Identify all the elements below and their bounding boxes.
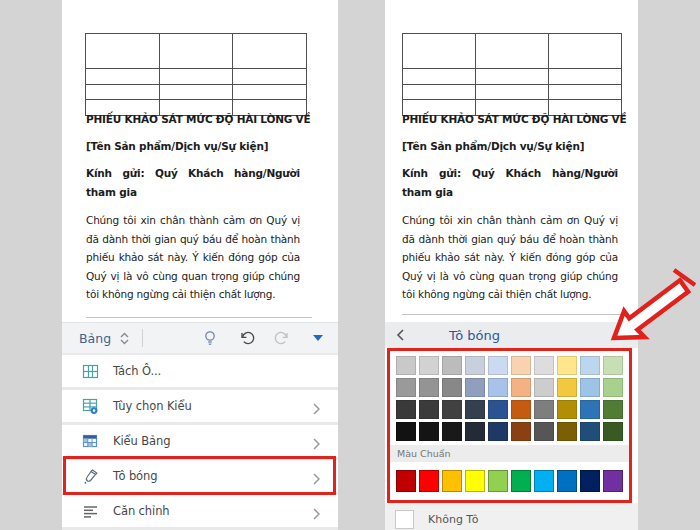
standard-color-swatch[interactable] [396,470,416,492]
theme-color-swatch[interactable] [580,400,600,419]
theme-color-swatch[interactable] [534,378,554,397]
theme-color-swatch[interactable] [442,422,462,441]
chevron-right-icon [313,435,320,454]
chevron-right-icon [313,505,320,524]
menu-item-table-styles[interactable]: Kiểu Bảng [62,425,338,457]
theme-color-swatch[interactable] [557,422,577,441]
theme-color-swatch[interactable] [396,356,416,375]
theme-color-swatch[interactable] [603,356,623,375]
theme-color-swatch[interactable] [488,378,508,397]
doc-salutation: Kính gửi: Quý Khách hàng/Người tham gia [86,164,300,202]
context-selector-label[interactable]: Bảng [79,331,111,346]
standard-color-swatch[interactable] [465,470,485,492]
standard-color-swatch[interactable] [557,470,577,492]
shading-icon [82,468,99,485]
right-phone-panel: PHIẾU KHẢO SÁT MỨC ĐỘ HÀI LÒNG VỀ [Tên S… [385,0,638,530]
redo-icon[interactable] [272,328,292,348]
menu-item-label: Tách Ô... [113,364,161,378]
theme-color-swatch[interactable] [419,356,439,375]
theme-color-swatch[interactable] [396,400,416,419]
theme-color-swatch[interactable] [442,378,462,397]
standard-color-swatch[interactable] [488,470,508,492]
theme-color-swatch[interactable] [419,400,439,419]
theme-color-swatch[interactable] [534,356,554,375]
standard-color-swatch[interactable] [603,470,623,492]
theme-color-swatch[interactable] [511,356,531,375]
theme-color-swatch[interactable] [557,378,577,397]
align-icon [82,503,99,520]
back-chevron-icon[interactable] [395,327,411,343]
toolbar-divider [142,329,143,347]
doc-heading-line2: [Tên Sản phẩm/Dịch vụ/Sự kiện] [402,133,618,160]
standard-color-swatch[interactable] [580,470,600,492]
no-fill-label: Không Tô [428,513,478,526]
theme-color-swatch[interactable] [603,422,623,441]
document-divider [86,317,312,318]
table-styles-icon [82,433,99,450]
theme-color-swatch[interactable] [465,400,485,419]
theme-color-swatch[interactable] [488,422,508,441]
style-options-icon [82,398,99,415]
document-table[interactable] [402,33,622,116]
table-context-menu: Tách Ô... Tùy chọn Kiểu Kiểu Bảng [62,353,338,530]
annotation-box-palette: Màu Chuẩn [387,348,632,503]
theme-color-swatch[interactable] [511,400,531,419]
theme-color-swatch[interactable] [488,400,508,419]
doc-body-paragraph: Chúng tôi xin chân thành cảm ơn Quý vị đ… [86,211,300,304]
shading-panel-title: Tô bóng [449,328,500,343]
standard-color-swatch[interactable] [534,470,554,492]
doc-body-paragraph: Chúng tôi xin chân thành cảm ơn Quý vị đ… [402,211,618,304]
context-selector-chevrons-icon[interactable] [119,331,130,346]
tutorial-screenshot: PHIẾU KHẢO SÁT MỨC ĐỘ HÀI LÒNG VỀ [Tên S… [0,0,700,530]
menu-item-shading[interactable]: Tô bóng [62,460,338,492]
menu-item-alignment[interactable]: Căn chỉnh [62,495,338,527]
theme-color-swatch[interactable] [465,422,485,441]
theme-color-swatch[interactable] [511,378,531,397]
menu-item-split-cells[interactable]: Tách Ô... [62,355,338,387]
standard-color-swatch[interactable] [419,470,439,492]
theme-color-swatch[interactable] [419,422,439,441]
theme-color-swatch[interactable] [396,422,416,441]
caret-down-icon[interactable] [308,328,328,348]
lightbulb-icon[interactable] [200,328,220,348]
theme-color-swatch[interactable] [557,356,577,375]
no-fill-option[interactable]: Không Tô [385,508,638,530]
doc-salutation: Kính gửi: Quý Khách hàng/Người tham gia [402,164,618,202]
menu-item-label: Kiểu Bảng [113,434,170,448]
document-table[interactable] [85,33,307,116]
theme-color-grid [390,351,629,445]
theme-color-swatch[interactable] [580,356,600,375]
theme-color-swatch[interactable] [580,378,600,397]
theme-color-swatch[interactable] [603,378,623,397]
standard-color-swatch[interactable] [511,470,531,492]
theme-color-swatch[interactable] [580,422,600,441]
theme-color-swatch[interactable] [419,378,439,397]
theme-color-swatch[interactable] [603,400,623,419]
menu-item-label: Tùy chọn Kiểu [113,399,192,413]
standard-color-swatch[interactable] [442,470,462,492]
doc-heading-line2: [Tên Sản phẩm/Dịch vụ/Sự kiện] [86,133,300,160]
undo-icon[interactable] [236,328,256,348]
chevron-right-icon [313,400,320,419]
document-page[interactable]: PHIẾU KHẢO SÁT MỨC ĐỘ HÀI LÒNG VỀ [Tên S… [62,0,338,318]
theme-color-swatch[interactable] [534,400,554,419]
doc-heading-line1: PHIẾU KHẢO SÁT MỨC ĐỘ HÀI LÒNG VỀ [402,106,618,133]
theme-color-swatch[interactable] [488,356,508,375]
theme-color-swatch[interactable] [465,378,485,397]
no-fill-swatch[interactable] [395,510,414,529]
theme-color-swatch[interactable] [511,422,531,441]
split-cells-icon [82,363,99,380]
theme-color-swatch[interactable] [534,422,554,441]
left-phone-panel: PHIẾU KHẢO SÁT MỨC ĐỘ HÀI LÒNG VỀ [Tên S… [62,0,338,530]
document-page[interactable]: PHIẾU KHẢO SÁT MỨC ĐỘ HÀI LÒNG VỀ [Tên S… [385,0,638,318]
theme-color-swatch[interactable] [442,400,462,419]
chevron-right-icon [313,470,320,489]
theme-color-swatch[interactable] [442,356,462,375]
document-divider [402,314,622,315]
menu-item-style-options[interactable]: Tùy chọn Kiểu [62,390,338,422]
theme-color-swatch[interactable] [396,378,416,397]
doc-heading-line1: PHIẾU KHẢO SÁT MỨC ĐỘ HÀI LÒNG VỀ [86,106,300,133]
theme-color-swatch[interactable] [557,400,577,419]
theme-color-swatch[interactable] [465,356,485,375]
standard-color-grid [390,462,629,498]
